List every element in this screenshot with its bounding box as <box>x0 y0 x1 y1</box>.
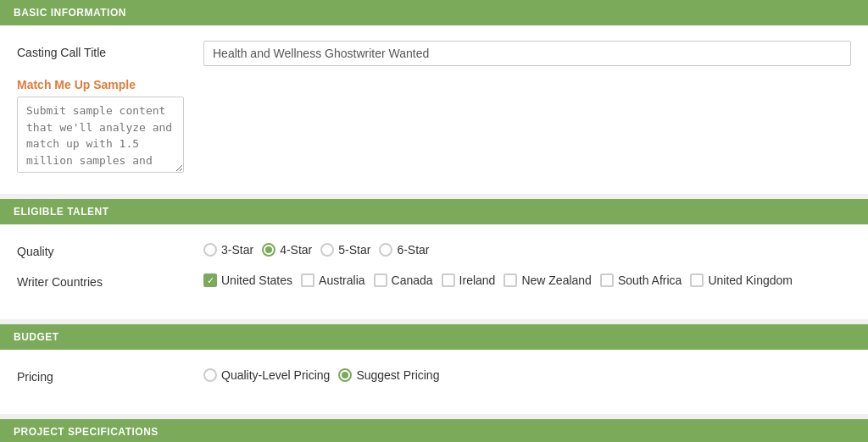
pricing-radio-quality[interactable] <box>203 368 217 382</box>
country-nz-checkbox[interactable] <box>504 273 517 287</box>
quality-label: Quality <box>17 240 203 258</box>
casting-call-title-row: Casting Call Title <box>17 41 851 66</box>
pricing-option-suggest[interactable]: Suggest Pricing <box>338 368 439 382</box>
quality-radio-group: 3-Star 4-Star 5-Star 6-Star <box>203 240 430 257</box>
pricing-radio-suggest[interactable] <box>338 368 352 382</box>
quality-option-3star[interactable]: 3-Star <box>203 243 253 257</box>
country-ie-checkbox[interactable] <box>442 273 455 287</box>
quality-radio-4star[interactable] <box>262 243 275 257</box>
country-us[interactable]: United States <box>203 273 292 287</box>
country-ca[interactable]: Canada <box>374 273 433 287</box>
writer-countries-row: Writer Countries United States Australia… <box>17 270 851 289</box>
casting-call-title-label: Casting Call Title <box>17 41 203 59</box>
country-ie-label: Ireland <box>459 273 496 287</box>
budget-section: BUDGET Pricing Quality-Level Pricing Sug… <box>0 324 868 414</box>
pricing-row: Pricing Quality-Level Pricing Suggest Pr… <box>17 365 851 384</box>
quality-option-6star[interactable]: 6-Star <box>379 243 429 257</box>
eligible-talent-section: ELIGIBLE TALENT Quality 3-Star 4-Star 5-… <box>0 199 868 319</box>
country-au[interactable]: Australia <box>301 273 364 287</box>
pricing-option-quality[interactable]: Quality-Level Pricing <box>203 368 330 382</box>
project-specs-header: PROJECT SPECIFICATIONS <box>0 419 868 442</box>
pricing-label: Pricing <box>17 365 203 384</box>
country-au-label: Australia <box>319 273 364 287</box>
country-ca-label: Canada <box>392 273 433 287</box>
country-ie[interactable]: Ireland <box>442 273 496 287</box>
country-nz[interactable]: New Zealand <box>504 273 592 287</box>
quality-label-5star: 5-Star <box>338 243 370 257</box>
basic-info-header: BASIC INFORMATION <box>0 0 868 25</box>
match-me-textarea[interactable] <box>17 97 184 173</box>
quality-label-4star: 4-Star <box>280 243 312 257</box>
country-za-label: South Africa <box>618 273 682 287</box>
writer-countries-checkbox-group: United States Australia Canada Ireland N… <box>203 270 793 287</box>
country-au-checkbox[interactable] <box>301 273 314 287</box>
budget-header: BUDGET <box>0 324 868 350</box>
country-za[interactable]: South Africa <box>600 273 682 287</box>
quality-label-3star: 3-Star <box>221 243 253 257</box>
casting-call-title-input[interactable] <box>203 41 851 66</box>
country-ca-checkbox[interactable] <box>374 273 387 287</box>
quality-radio-6star[interactable] <box>379 243 392 257</box>
country-za-checkbox[interactable] <box>600 273 614 287</box>
quality-radio-5star[interactable] <box>320 243 334 257</box>
country-uk-label: United Kingdom <box>708 273 793 287</box>
quality-row: Quality 3-Star 4-Star 5-Star 6-Star <box>17 240 851 258</box>
pricing-label-quality: Quality-Level Pricing <box>221 368 330 382</box>
quality-label-6star: 6-Star <box>397 243 429 257</box>
match-me-row: Match Me Up Sample <box>17 78 851 175</box>
pricing-label-suggest: Suggest Pricing <box>356 368 439 382</box>
country-uk[interactable]: United Kingdom <box>690 273 793 287</box>
country-us-label: United States <box>221 273 292 287</box>
country-uk-checkbox[interactable] <box>690 273 704 287</box>
country-nz-label: New Zealand <box>521 273 592 287</box>
quality-radio-3star[interactable] <box>203 243 217 257</box>
eligible-talent-header: ELIGIBLE TALENT <box>0 199 868 224</box>
quality-option-5star[interactable]: 5-Star <box>320 243 370 257</box>
quality-option-4star[interactable]: 4-Star <box>262 243 312 257</box>
country-us-checkbox[interactable] <box>203 273 217 287</box>
basic-info-section: BASIC INFORMATION Casting Call Title Mat… <box>0 0 868 194</box>
writer-countries-label: Writer Countries <box>17 270 203 289</box>
pricing-radio-group: Quality-Level Pricing Suggest Pricing <box>203 365 439 382</box>
match-me-label: Match Me Up Sample <box>17 78 851 91</box>
